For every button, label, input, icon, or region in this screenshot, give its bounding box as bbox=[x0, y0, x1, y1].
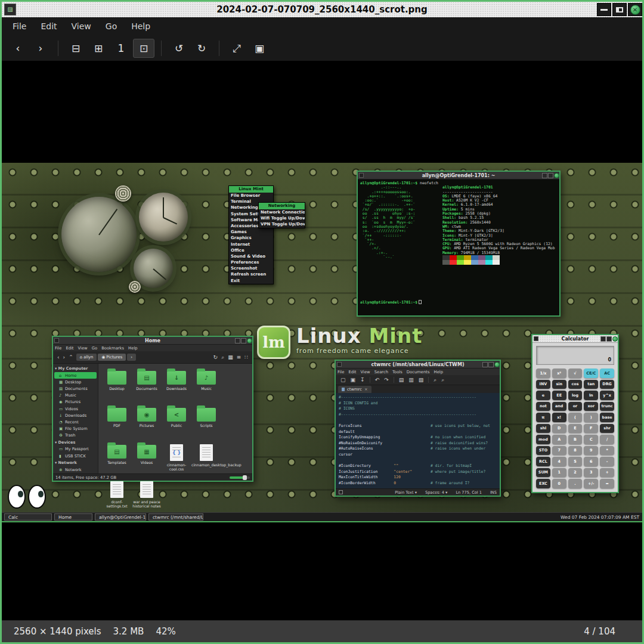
calc-key-base[interactable]: base bbox=[600, 413, 614, 422]
image-canvas[interactable]: Linux Mint File BrowserTerminalNetworkin… bbox=[2, 62, 642, 620]
editor-text-area[interactable]: #---------------------------------------… bbox=[336, 393, 500, 488]
calculator-titlebar[interactable]: Calculator bbox=[532, 335, 618, 343]
calc-key-ln[interactable]: ln bbox=[584, 391, 598, 400]
list-view-icon[interactable]: ≡ bbox=[237, 354, 242, 360]
nemo-menu-go[interactable]: Go bbox=[92, 346, 97, 351]
breadcrumb[interactable]: › bbox=[127, 354, 136, 361]
forward-icon[interactable]: › bbox=[63, 354, 66, 360]
calc-key-6[interactable]: 6 bbox=[584, 457, 598, 466]
taskbar-item[interactable]: Home bbox=[54, 513, 92, 521]
calc-key-xor[interactable]: xor bbox=[584, 402, 598, 411]
menu-help[interactable]: Help bbox=[124, 19, 157, 33]
compact-view-icon[interactable]: ∷ bbox=[244, 354, 248, 360]
calc-key-sin[interactable]: sin bbox=[552, 380, 566, 389]
sidebar-item-usb-stick[interactable]: ▮USB STICK bbox=[53, 453, 98, 459]
sidebar-item-documents[interactable]: ▤Documents bbox=[53, 385, 98, 392]
calculator-window[interactable]: Calculator 0 1/xx²√CE/CACINVsincostanDRG… bbox=[531, 334, 619, 493]
root-menu-item[interactable]: Screenshot bbox=[229, 265, 273, 271]
menu-file[interactable]: File bbox=[5, 19, 33, 33]
root-menu-item[interactable]: Exit bbox=[229, 278, 273, 284]
rotate-left-button[interactable]: ↺ bbox=[168, 39, 190, 58]
icon-zoom-slider[interactable] bbox=[230, 476, 250, 479]
file-manager-titlebar[interactable]: Home bbox=[53, 337, 252, 345]
paste-icon[interactable]: ▧ bbox=[419, 377, 424, 383]
root-menu-item[interactable]: Graphics bbox=[229, 235, 273, 241]
redo-icon[interactable]: ↷ bbox=[384, 377, 389, 383]
folder-item[interactable]: ♪Music bbox=[191, 369, 221, 405]
calc-key-B[interactable]: B bbox=[568, 435, 583, 444]
xed-menu-search[interactable]: Search bbox=[374, 370, 388, 374]
calc-key-2[interactable]: 2 bbox=[568, 468, 583, 478]
xed-menu-tools[interactable]: Tools bbox=[392, 370, 402, 374]
folder-item[interactable]: PDF bbox=[102, 405, 132, 442]
menu-go[interactable]: Go bbox=[98, 19, 124, 33]
calc-key-C[interactable]: C bbox=[584, 435, 598, 444]
root-menu-item[interactable]: File Browser bbox=[229, 193, 273, 199]
folder-item[interactable]: <Public bbox=[162, 405, 191, 442]
folder-item[interactable]: ↓Downloads bbox=[162, 369, 191, 405]
prev-image-button[interactable]: ‹ bbox=[7, 39, 29, 58]
slideshow-button[interactable]: ▣ bbox=[249, 39, 270, 58]
calc-key-AC[interactable]: AC bbox=[600, 369, 614, 378]
xed-menu-file[interactable]: File bbox=[338, 370, 344, 374]
terminal-body[interactable]: allyn@OptiGrendel-1701:~$ neofetch .-::-… bbox=[358, 179, 559, 315]
sidebar-item-home[interactable]: ⌂Home bbox=[54, 372, 97, 379]
sidebar-section-network[interactable]: ▾ Network bbox=[53, 459, 98, 466]
xed-menu-edit[interactable]: Edit bbox=[348, 370, 356, 374]
calc-key-F[interactable]: F bbox=[584, 424, 598, 434]
calc-key-yx[interactable]: y^x bbox=[600, 391, 614, 400]
nemo-menu-help[interactable]: Help bbox=[128, 346, 138, 351]
reload-icon[interactable]: ↻ bbox=[213, 354, 218, 360]
terminal-window[interactable]: allyn@OptiGrendel-1701: ~ allyn@OptiGren… bbox=[357, 171, 561, 317]
calc-key-9[interactable]: 9 bbox=[584, 446, 598, 456]
calc-key-[interactable]: . bbox=[568, 479, 583, 488]
calc-key-shr[interactable]: shr bbox=[600, 424, 614, 434]
calc-key-4[interactable]: 4 bbox=[552, 457, 566, 466]
copy-icon[interactable]: ▥ bbox=[408, 377, 414, 383]
text-editor-window[interactable]: ctwmrc (/mnt/shared/Linux/CTWM) FileEdit… bbox=[335, 360, 501, 497]
menu-view[interactable]: View bbox=[64, 19, 98, 33]
grid-view-icon[interactable]: ▦ bbox=[228, 354, 233, 360]
calc-key-and[interactable]: and bbox=[552, 402, 566, 411]
calc-key-[interactable]: π bbox=[536, 413, 550, 422]
root-menu-item[interactable]: Preferences bbox=[229, 259, 273, 265]
calc-key-not[interactable]: not bbox=[536, 402, 550, 411]
rotate-right-button[interactable]: ↻ bbox=[191, 39, 212, 58]
editor-titlebar[interactable]: ctwmrc (/mnt/shared/Linux/CTWM) bbox=[336, 361, 500, 369]
sidebar-section-my-computer[interactable]: ▾ My Computer bbox=[53, 365, 98, 372]
up-icon[interactable]: ⌃ bbox=[69, 354, 73, 360]
search-icon[interactable]: ⌕ bbox=[221, 354, 224, 361]
nemo-menu-view[interactable]: View bbox=[78, 346, 88, 351]
calc-key-RCL[interactable]: RCL bbox=[536, 457, 550, 466]
indent-selector[interactable]: Spaces: 4 ▾ bbox=[425, 490, 447, 495]
calc-key-DRG[interactable]: DRG bbox=[600, 380, 614, 389]
xed-menu-documents[interactable]: Documents bbox=[407, 370, 430, 374]
calc-key-[interactable]: = bbox=[600, 479, 614, 488]
calc-key-[interactable]: ( bbox=[568, 413, 583, 422]
zoom-in-button[interactable]: ⊞ bbox=[88, 39, 109, 58]
calc-key-[interactable]: ) bbox=[584, 413, 598, 422]
next-image-button[interactable]: › bbox=[30, 39, 51, 58]
calc-key-D[interactable]: D bbox=[552, 424, 566, 434]
file-item[interactable]: { }cinnamon-cool.css bbox=[162, 442, 191, 479]
xed-menu-view[interactable]: View bbox=[361, 370, 370, 374]
file-item[interactable]: dconf-settings.txt bbox=[102, 479, 132, 516]
calc-key-shl[interactable]: shl bbox=[536, 424, 550, 434]
calc-key-[interactable]: +/- bbox=[584, 479, 598, 488]
submenu-item[interactable]: Wifi Toggle Up/Down bbox=[259, 215, 305, 221]
sidebar-item-recent[interactable]: ◔Recent bbox=[53, 419, 98, 425]
sidebar-item-file-system[interactable]: ▣File System bbox=[53, 426, 98, 432]
submenu-item[interactable]: VPN Toggle Up/Down bbox=[259, 221, 305, 227]
root-menu-item[interactable]: Internet bbox=[229, 242, 273, 247]
menu-edit[interactable]: Edit bbox=[33, 19, 64, 33]
calc-key-tan[interactable]: tan bbox=[584, 380, 598, 389]
calc-key-STO[interactable]: STO bbox=[536, 446, 550, 456]
editor-tab[interactable]: ctwmrc × bbox=[338, 386, 371, 393]
language-selector[interactable]: Plain Text ▾ bbox=[395, 490, 417, 495]
nemo-menu-file[interactable]: File bbox=[55, 346, 61, 351]
terminal-titlebar[interactable]: allyn@OptiGrendel-1701: ~ bbox=[358, 172, 559, 179]
sidebar-item-trash[interactable]: ♻Trash bbox=[53, 432, 98, 439]
calc-key-0[interactable]: 0 bbox=[552, 479, 566, 488]
nemo-menu-edit[interactable]: Edit bbox=[66, 346, 73, 351]
calc-key-log[interactable]: log bbox=[568, 391, 583, 400]
